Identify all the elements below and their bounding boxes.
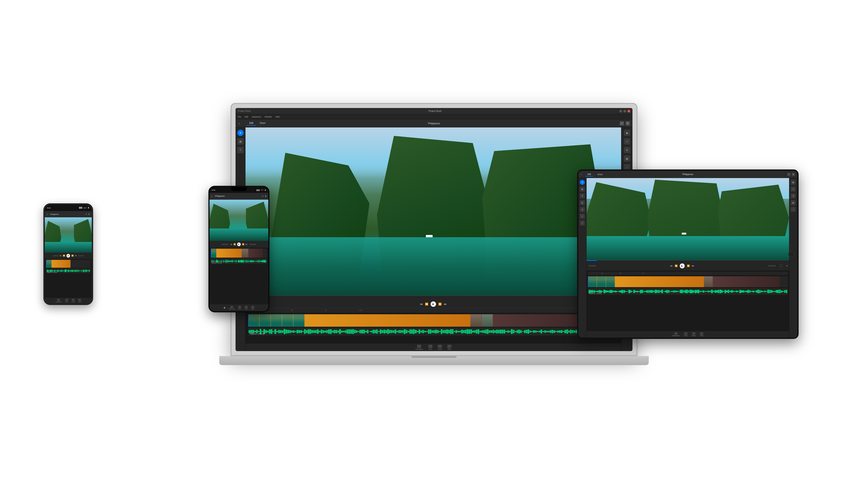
playhead[interactable] [248, 314, 249, 327]
phone-center-playhead[interactable] [211, 249, 211, 258]
color-tool[interactable]: Color [428, 345, 432, 350]
tablet-skip-forward[interactable]: ⏭ [692, 265, 694, 267]
step-forward-button[interactable]: ⏩ [438, 302, 442, 306]
tablet-right-icon-2[interactable]: ✕ [791, 187, 796, 192]
phone-small-home-icon[interactable]: ⌂ [46, 213, 48, 215]
phone-center-audio-tool[interactable]: Audio [245, 306, 248, 310]
tablet-color-tool[interactable]: Color [684, 332, 688, 336]
share-icon[interactable]: ⬆ [626, 121, 630, 125]
tablet-share-icon[interactable]: ⬆ [792, 173, 795, 176]
phone-center-home-icon[interactable]: ⌂ [211, 195, 213, 197]
phone-small-transitions-icon [57, 299, 60, 301]
tab-edit[interactable]: Edit [247, 121, 256, 126]
tablet-transitions-tool[interactable]: Transitions [672, 332, 680, 336]
tablet-add-button[interactable]: + [580, 180, 585, 185]
phone-small-titles[interactable]: Titles [78, 299, 81, 302]
tablet-undo-icon[interactable]: ↩ [787, 173, 790, 176]
tablet-right-icon-1[interactable]: ▣ [791, 180, 796, 185]
step-back-button[interactable]: ⏪ [425, 302, 428, 306]
tablet-audio-tool[interactable]: Audio [692, 332, 696, 336]
skip-back-button[interactable]: ⏮ [420, 302, 423, 306]
tablet-skip-back[interactable]: ⏮ [670, 265, 673, 267]
phone-center-clip-2[interactable] [242, 249, 263, 258]
phone-small-bottom-bar: Transitions Color Audio Titles [45, 297, 92, 304]
video-clip-1[interactable] [248, 314, 470, 327]
phone-center-step-back[interactable]: ⏪ [234, 243, 236, 246]
media-bin-icon[interactable]: ▦ [237, 138, 244, 144]
phone-center-back-btn[interactable]: ◀ [223, 306, 225, 309]
phone-small-undo[interactable]: ↩ [86, 213, 87, 215]
phone-small-skip-back[interactable]: ⏮ [60, 255, 61, 257]
tablet-home-icon[interactable]: ⌂ [581, 173, 582, 175]
phone-small-audio-tool[interactable]: Audio [71, 299, 75, 302]
audio-tool[interactable]: Audio [438, 345, 442, 350]
close-button[interactable] [627, 110, 630, 112]
menu-file[interactable]: File [238, 116, 241, 118]
tablet-tab-share[interactable]: Share [595, 173, 605, 176]
text-icon[interactable]: T [237, 147, 244, 153]
tablet-share-btn[interactable]: ⬆ [580, 193, 585, 198]
tablet-step-forward[interactable]: ⏩ [687, 265, 690, 267]
tablet-tab-edit[interactable]: Edit [585, 172, 593, 176]
undo-icon[interactable]: ↩ [620, 121, 624, 125]
phone-center-step-forward[interactable]: ⏩ [242, 243, 244, 246]
tablet-right-icon-3[interactable]: ⚙ [791, 193, 796, 198]
play-button[interactable]: ▶ [431, 301, 436, 307]
phone-small-step-forward[interactable]: ⏩ [71, 255, 74, 257]
menu-sequence[interactable]: Sequence [252, 116, 261, 118]
phone-center-clip-1[interactable] [211, 249, 242, 258]
tablet-play-button[interactable]: ▶ [680, 263, 685, 268]
tablet-progress-bar[interactable] [587, 260, 789, 261]
menu-edit[interactable]: Edit [245, 116, 248, 118]
phone-center-skip-back[interactable]: ⏮ [230, 243, 232, 246]
tablet-edit-icon[interactable]: ✎ [580, 221, 585, 225]
tablet-list-icon[interactable]: ≡ [580, 214, 585, 219]
phone-center-transitions[interactable]: Transitions [228, 306, 235, 310]
tablet-timeline: 15 30 45 [587, 270, 789, 331]
tablet-right-icon-5[interactable]: ↕ [791, 207, 796, 212]
tablet-menu-icon[interactable]: ≡ [786, 265, 788, 267]
panel-icon-4[interactable]: ▦ [624, 156, 630, 162]
skip-forward-button[interactable]: ⏭ [444, 302, 447, 306]
tablet-delete-icon[interactable]: 🗑 [580, 200, 585, 205]
phone-small-clip-1[interactable] [46, 260, 70, 268]
tablet-video-clip-1[interactable] [588, 276, 704, 287]
tablet-titles-tool[interactable]: Titles [700, 332, 704, 336]
panel-icon-1[interactable]: ▣ [624, 130, 630, 136]
progress-bar[interactable] [246, 295, 621, 296]
tablet-export-icon[interactable]: ⬇ [580, 207, 585, 212]
tablet-home-button[interactable] [788, 251, 795, 257]
phone-center-titles-label: Titles [251, 308, 254, 310]
phone-center-titles[interactable]: Titles [251, 306, 254, 310]
titles-tool[interactable]: Titles [447, 345, 452, 350]
phone-center-play-button[interactable]: ▶ [237, 242, 241, 246]
phone-small-skip-forward[interactable]: ⏭ [75, 255, 77, 257]
phone-center-color[interactable]: Color [238, 306, 241, 310]
phone-center-skip-forward[interactable]: ⏭ [246, 243, 248, 246]
tab-share[interactable]: Share [257, 121, 268, 126]
phone-center-screen: 9:41 ▋▋▋ WiFi 🔋 ⌂ Philippines ↩ ⬆ [210, 187, 268, 311]
phone-small-share[interactable]: ⬆ [88, 213, 90, 215]
panel-icon-2[interactable]: ✕ [624, 138, 630, 144]
phone-small-transitions[interactable]: Transitions [55, 299, 62, 302]
tablet-step-back[interactable]: ⏪ [675, 265, 677, 267]
tablet-playhead[interactable] [588, 276, 588, 287]
tablet-right-icon-4[interactable]: ▦ [791, 200, 796, 205]
menu-window[interactable]: Window [265, 116, 272, 118]
tablet-video-clip-2[interactable] [704, 276, 780, 287]
phone-small-color[interactable]: Color [65, 299, 68, 302]
tablet-fullscreen-icon[interactable]: ⛶ [780, 265, 782, 267]
transitions-tool[interactable]: Transitions [415, 345, 423, 350]
phone-small-play-button[interactable]: ▶ [66, 254, 70, 258]
phone-small-playhead[interactable] [46, 260, 46, 268]
menu-help[interactable]: Help [276, 116, 280, 118]
home-icon[interactable]: ⌂ [238, 122, 240, 125]
minimize-button[interactable] [619, 110, 622, 112]
add-media-button[interactable]: + [237, 130, 244, 136]
tablet-media-icon[interactable]: ▦ [580, 187, 585, 192]
phone-center-share[interactable]: ⬆ [265, 195, 267, 197]
maximize-button[interactable] [623, 110, 626, 112]
phone-center-undo[interactable]: ↩ [262, 195, 264, 197]
panel-icon-3[interactable]: ⚙ [624, 147, 630, 153]
phone-small-step-back[interactable]: ⏪ [63, 255, 65, 257]
